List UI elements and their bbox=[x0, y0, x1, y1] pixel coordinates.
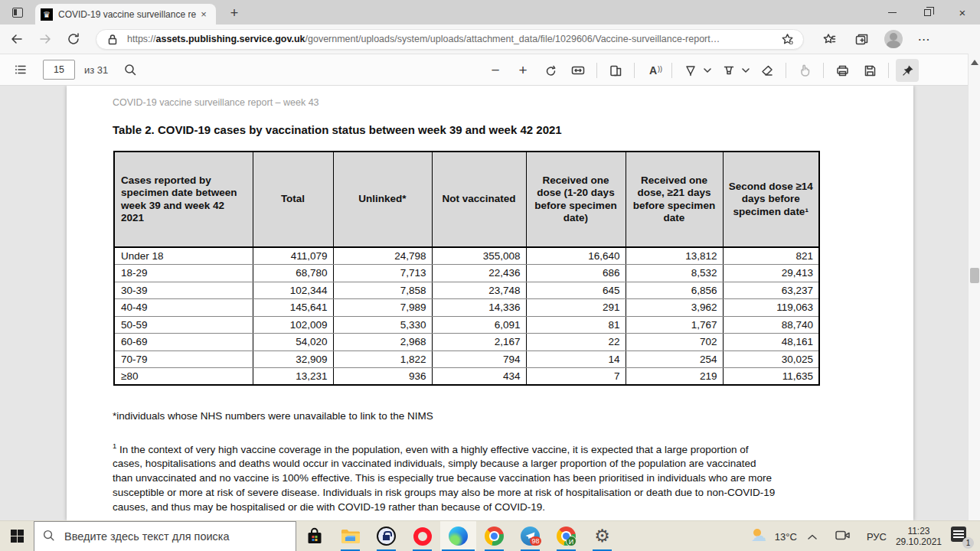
close-button[interactable]: × bbox=[945, 0, 980, 24]
pdf-toolbar: 15 из 31 − + A)) bbox=[0, 54, 980, 86]
lock-icon[interactable] bbox=[104, 34, 121, 45]
read-aloud-icon[interactable]: A)) bbox=[642, 59, 665, 82]
value-cell: 6,091 bbox=[432, 316, 526, 334]
weather-icon: ☁ bbox=[751, 529, 769, 544]
favorites-icon[interactable] bbox=[818, 28, 841, 51]
value-cell: 3,962 bbox=[626, 299, 723, 317]
chrome-profile-badge: И bbox=[566, 536, 577, 546]
highlight-icon[interactable] bbox=[717, 59, 740, 82]
start-button[interactable] bbox=[0, 521, 34, 551]
scroll-up-icon[interactable] bbox=[971, 60, 978, 65]
taskbar: Введите здесь текст для поиска bbox=[0, 520, 980, 551]
refresh-button[interactable] bbox=[62, 28, 85, 51]
clock-date: 29.10.2021 bbox=[896, 536, 942, 547]
age-group-cell: ≥80 bbox=[114, 368, 253, 386]
taskbar-app-chrome-profile[interactable]: И bbox=[548, 521, 584, 551]
fit-to-width-icon[interactable] bbox=[567, 59, 590, 82]
taskbar-app-edge[interactable] bbox=[440, 521, 476, 551]
table-header-cell: Unlinked* bbox=[333, 152, 432, 247]
value-cell: 8,532 bbox=[626, 265, 723, 282]
govuk-crown-favicon: ♛ bbox=[41, 8, 53, 21]
taskbar-app-telegram[interactable]: 98 bbox=[512, 521, 548, 551]
restore-button[interactable] bbox=[910, 0, 945, 24]
browser-tab[interactable]: ♛ COVID-19 vaccine surveillance re × bbox=[35, 4, 216, 24]
minimize-button[interactable] bbox=[874, 0, 910, 24]
value-cell: 14 bbox=[526, 350, 626, 368]
page-number-input[interactable]: 15 bbox=[43, 60, 75, 80]
save-icon[interactable] bbox=[858, 59, 881, 82]
value-cell: 119,063 bbox=[723, 299, 819, 317]
page-view-icon[interactable] bbox=[604, 59, 627, 82]
taskbar-app-settings[interactable]: ⚙ bbox=[584, 521, 620, 551]
age-group-cell: 50-59 bbox=[114, 316, 253, 334]
pin-toolbar-icon[interactable] bbox=[896, 59, 919, 82]
value-cell: 88,740 bbox=[723, 316, 819, 334]
value-cell: 7,858 bbox=[333, 282, 432, 299]
value-cell: 54,020 bbox=[253, 334, 333, 351]
draw-options-chevron-icon[interactable] bbox=[702, 59, 713, 82]
footnote-unlinked: *individuals whose NHS numbers were unav… bbox=[113, 410, 433, 422]
taskbar-app-store[interactable] bbox=[296, 521, 332, 551]
language-indicator[interactable]: РУС bbox=[867, 531, 887, 543]
file-explorer-icon bbox=[341, 528, 360, 544]
zoom-in-icon[interactable]: + bbox=[511, 59, 534, 82]
covid-cases-table: Cases reported by specimen date between … bbox=[113, 151, 820, 386]
profile-avatar[interactable] bbox=[882, 28, 905, 51]
add-favorite-icon[interactable] bbox=[779, 33, 795, 46]
pdf-viewer[interactable]: COVID-19 vaccine surveillance report – w… bbox=[0, 86, 980, 520]
tab-strip: ♛ COVID-19 vaccine surveillance re × + × bbox=[0, 0, 980, 24]
value-cell: 254 bbox=[626, 350, 723, 368]
value-cell: 7,989 bbox=[333, 299, 432, 317]
gear-icon: ⚙ bbox=[594, 527, 610, 545]
value-cell: 102,009 bbox=[253, 316, 333, 334]
taskbar-app-keepass[interactable] bbox=[368, 521, 404, 551]
forward-button[interactable] bbox=[34, 28, 57, 51]
draw-icon[interactable] bbox=[679, 59, 702, 82]
notification-badge: 1 bbox=[962, 537, 974, 549]
table-row: Under 18411,07924,798355,00816,64013,812… bbox=[114, 247, 819, 265]
settings-more-icon[interactable]: ⋯ bbox=[913, 28, 936, 51]
age-group-cell: 18-29 bbox=[114, 265, 253, 282]
highlight-options-chevron-icon[interactable] bbox=[740, 59, 751, 82]
taskbar-app-explorer[interactable] bbox=[332, 521, 368, 551]
tab-actions-menu-icon[interactable] bbox=[8, 5, 28, 20]
table-row: 70-7932,9091,8227941425430,025 bbox=[114, 350, 819, 368]
tab-close-icon[interactable]: × bbox=[197, 8, 211, 21]
hand-tool-icon[interactable] bbox=[793, 59, 816, 82]
zoom-out-icon[interactable]: − bbox=[484, 59, 507, 82]
action-center-icon[interactable]: 1 bbox=[951, 527, 971, 546]
age-group-cell: 60-69 bbox=[114, 334, 253, 351]
scrollbar[interactable] bbox=[968, 54, 980, 520]
hidden-icons-chevron-icon[interactable] bbox=[808, 530, 817, 543]
opera-icon bbox=[413, 527, 432, 546]
taskbar-clock[interactable]: 11:23 29.10.2021 bbox=[896, 526, 942, 547]
table-row: 30-39102,3447,85823,7486456,85663,237 bbox=[114, 282, 819, 299]
table-row: 18-2968,7807,71322,4366868,53229,413 bbox=[114, 265, 819, 282]
table-header-cell: Second dose ≥14 days before specimen dat… bbox=[723, 152, 819, 247]
age-group-cell: 40-49 bbox=[114, 299, 253, 317]
scrollbar-thumb[interactable] bbox=[970, 268, 979, 283]
telegram-badge: 98 bbox=[530, 536, 541, 546]
value-cell: 434 bbox=[432, 368, 526, 386]
taskbar-search-input[interactable]: Введите здесь текст для поиска bbox=[34, 521, 296, 551]
close-icon: × bbox=[959, 7, 966, 18]
meet-now-icon[interactable] bbox=[835, 530, 850, 544]
value-cell: 936 bbox=[333, 368, 432, 386]
url-field[interactable]: https://assets.publishing.service.gov.uk… bbox=[96, 29, 804, 50]
taskbar-app-chrome[interactable] bbox=[476, 521, 512, 551]
chrome-icon: И bbox=[557, 527, 576, 546]
rotate-icon[interactable] bbox=[539, 59, 562, 82]
contents-icon[interactable] bbox=[9, 58, 32, 81]
page-count-label: из 31 bbox=[84, 64, 108, 76]
weather-widget[interactable]: ☁ 13°C bbox=[751, 529, 797, 544]
table-header-row: Cases reported by specimen date between … bbox=[114, 152, 819, 247]
collections-icon[interactable] bbox=[850, 28, 873, 51]
taskbar-app-opera[interactable] bbox=[404, 521, 440, 551]
value-cell: 2,167 bbox=[432, 334, 526, 351]
erase-icon[interactable] bbox=[756, 59, 779, 82]
print-icon[interactable] bbox=[831, 59, 854, 82]
back-button[interactable] bbox=[5, 28, 28, 51]
new-tab-button[interactable]: + bbox=[225, 5, 243, 22]
search-icon[interactable] bbox=[119, 58, 142, 81]
value-cell: 11,635 bbox=[723, 368, 819, 386]
